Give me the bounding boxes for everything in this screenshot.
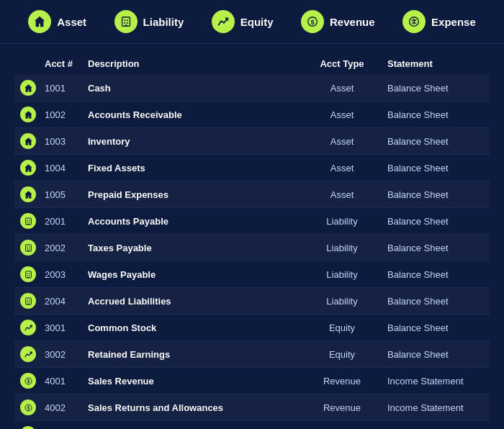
- row-desc: Taxes Payable: [82, 235, 302, 261]
- row-acct: 1002: [39, 101, 82, 128]
- table-row[interactable]: 2001 Accounts Payable Liability Balance …: [14, 208, 490, 235]
- row-icon-cell: [14, 288, 39, 315]
- row-type: Asset: [302, 155, 382, 181]
- table-row[interactable]: 1001 Cash Asset Balance Sheet: [14, 75, 490, 101]
- table-row[interactable]: 1002 Accounts Receivable Asset Balance S…: [14, 101, 490, 128]
- building-row-icon: [20, 266, 36, 282]
- row-stmt: Income Statement: [382, 394, 490, 421]
- nav-label-equity: Equity: [240, 16, 274, 28]
- header-acct: Acct #: [39, 51, 82, 75]
- table-row[interactable]: 2002 Taxes Payable Liability Balance She…: [14, 235, 490, 261]
- nav-item-equity[interactable]: Equity: [212, 10, 274, 33]
- row-stmt: Balance Sheet: [382, 341, 490, 368]
- row-acct: 4001: [39, 368, 82, 394]
- row-type: Revenue: [302, 368, 382, 394]
- row-icon-cell: [14, 394, 39, 421]
- home-row-icon: [20, 133, 36, 149]
- row-stmt: Balance Sheet: [382, 181, 490, 208]
- building-row-icon: [20, 240, 36, 256]
- row-acct: 5001: [39, 421, 82, 430]
- nav-label-liability: Liability: [143, 16, 184, 28]
- row-icon-cell: [14, 341, 39, 368]
- row-stmt: Balance Sheet: [382, 261, 490, 288]
- table-row[interactable]: 1003 Inventory Asset Balance Sheet: [14, 128, 490, 155]
- building-icon: [114, 10, 138, 33]
- row-stmt: Income Statement: [382, 421, 490, 430]
- row-icon-cell: [14, 75, 39, 101]
- row-acct: 1004: [39, 155, 82, 181]
- row-desc: Inventory: [82, 128, 302, 155]
- row-type: Revenue: [302, 394, 382, 421]
- row-desc: Common Stock: [82, 315, 302, 341]
- table-row[interactable]: 3002 Retained Earnings Equity Balance Sh…: [14, 341, 490, 368]
- header-type: Acct Type: [302, 51, 382, 75]
- row-type: Asset: [302, 101, 382, 128]
- row-desc: Fixed Assets: [82, 155, 302, 181]
- row-type: Asset: [302, 181, 382, 208]
- row-icon-cell: [14, 155, 39, 181]
- table-row[interactable]: 1005 Prepaid Expenses Asset Balance Shee…: [14, 181, 490, 208]
- row-desc: Accounts Payable: [82, 208, 302, 235]
- row-desc: Cost of Goods Sold: [82, 421, 302, 430]
- chart-row-icon: [20, 346, 36, 362]
- row-stmt: Balance Sheet: [382, 75, 490, 101]
- row-stmt: Balance Sheet: [382, 208, 490, 235]
- row-icon-cell: [14, 101, 39, 128]
- row-desc: Sales Revenue: [82, 368, 302, 394]
- row-desc: Accrued Liabilities: [82, 288, 302, 315]
- home-icon: [28, 10, 51, 33]
- nav-item-revenue[interactable]: Revenue: [301, 10, 375, 33]
- row-acct: 3002: [39, 341, 82, 368]
- home-row-icon: [20, 160, 36, 176]
- row-acct: 2002: [39, 235, 82, 261]
- row-stmt: Balance Sheet: [382, 288, 490, 315]
- table-row[interactable]: 4002 Sales Returns and Allowances Revenu…: [14, 394, 490, 421]
- row-desc: Prepaid Expenses: [82, 181, 302, 208]
- table-row[interactable]: 4001 Sales Revenue Revenue Income Statem…: [14, 368, 490, 394]
- row-type: Equity: [302, 341, 382, 368]
- row-stmt: Income Statement: [382, 368, 490, 394]
- dollar-row-icon: [20, 399, 36, 415]
- nav-item-liability[interactable]: Liability: [114, 10, 184, 33]
- row-desc: Wages Payable: [82, 261, 302, 288]
- row-acct: 4002: [39, 394, 82, 421]
- row-acct: 2003: [39, 261, 82, 288]
- row-icon-cell: [14, 368, 39, 394]
- row-type: Asset: [302, 75, 382, 101]
- top-nav: Asset Liability Equity Revenue Expense: [0, 0, 504, 44]
- row-acct: 1001: [39, 75, 82, 101]
- table-row[interactable]: 2004 Accrued Liabilities Liability Balan…: [14, 288, 490, 315]
- nav-item-asset[interactable]: Asset: [28, 10, 86, 33]
- nav-label-asset: Asset: [57, 16, 86, 28]
- header-stmt: Statement: [382, 51, 490, 75]
- row-stmt: Balance Sheet: [382, 128, 490, 155]
- row-desc: Retained Earnings: [82, 341, 302, 368]
- home-row-icon: [20, 80, 36, 96]
- table-row[interactable]: 5001 Cost of Goods Sold Expense Income S…: [14, 421, 490, 430]
- row-desc: Sales Returns and Allowances: [82, 394, 302, 421]
- table-row[interactable]: 3001 Common Stock Equity Balance Sheet: [14, 315, 490, 341]
- row-type: Expense: [302, 421, 382, 430]
- row-icon-cell: [14, 208, 39, 235]
- dollar-icon: [301, 10, 324, 33]
- row-type: Asset: [302, 128, 382, 155]
- row-icon-cell: [14, 421, 39, 430]
- chart-row-icon: [20, 320, 36, 335]
- dollar-row-icon: [20, 373, 36, 389]
- table-row[interactable]: 2003 Wages Payable Liability Balance She…: [14, 261, 490, 288]
- row-acct: 1003: [39, 128, 82, 155]
- header-desc: Description: [82, 51, 302, 75]
- row-acct: 1005: [39, 181, 82, 208]
- building-row-icon: [20, 293, 36, 309]
- tag-row-icon: [20, 426, 36, 429]
- row-desc: Accounts Receivable: [82, 101, 302, 128]
- row-icon-cell: [14, 128, 39, 155]
- row-icon-cell: [14, 315, 39, 341]
- nav-label-expense: Expense: [431, 16, 476, 28]
- building-row-icon: [20, 213, 36, 229]
- home-row-icon: [20, 107, 36, 122]
- row-stmt: Balance Sheet: [382, 155, 490, 181]
- table-row[interactable]: 1004 Fixed Assets Asset Balance Sheet: [14, 155, 490, 181]
- nav-item-expense[interactable]: Expense: [402, 10, 476, 33]
- row-type: Liability: [302, 208, 382, 235]
